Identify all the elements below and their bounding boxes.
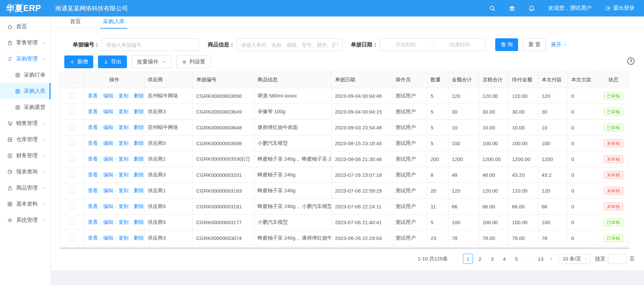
op-delete-link[interactable]: 删除 xyxy=(134,219,144,225)
cell-amount: 78 xyxy=(448,230,479,246)
row-checkbox[interactable] xyxy=(69,140,75,146)
page-size-select[interactable]: 10 条/页 xyxy=(559,254,590,264)
sidebar-item-basic-data[interactable]: 基本资料 xyxy=(0,196,50,212)
op-copy-link[interactable]: 复制 xyxy=(118,156,129,162)
reset-button[interactable]: 重 置 xyxy=(523,38,546,51)
op-view-link[interactable]: 查看 xyxy=(88,156,98,162)
op-copy-link[interactable]: 复制 xyxy=(118,203,129,209)
op-view-link[interactable]: 查看 xyxy=(88,172,98,177)
op-delete-link[interactable]: 删除 xyxy=(134,156,144,162)
row-checkbox[interactable] xyxy=(69,93,75,99)
bell-icon[interactable] xyxy=(528,5,535,12)
op-copy-link[interactable]: 复制 xyxy=(118,140,129,146)
op-view-link[interactable]: 查看 xyxy=(88,235,98,241)
op-copy-link[interactable]: 复制 xyxy=(118,235,129,241)
sidebar-item-reports[interactable]: 报表查询 xyxy=(0,164,50,180)
sidebar-item-purchase[interactable]: 采购管理 xyxy=(0,51,50,67)
op-divider: | xyxy=(100,236,101,241)
batch-actions-button[interactable]: 批量操作 xyxy=(132,55,172,68)
op-edit-link[interactable]: 编辑 xyxy=(103,156,113,162)
op-delete-link[interactable]: 删除 xyxy=(134,93,144,98)
expand-link[interactable]: 展开 xyxy=(551,41,567,48)
sidebar-item-goods[interactable]: 商品管理 xyxy=(0,180,50,196)
row-checkbox[interactable] xyxy=(69,235,75,241)
op-edit-link[interactable]: 编辑 xyxy=(103,172,113,177)
column-settings-button[interactable]: 列设置 xyxy=(176,55,211,68)
op-copy-link[interactable]: 复制 xyxy=(118,172,129,177)
page-number-4[interactable]: 4 xyxy=(499,254,509,264)
op-delete-link[interactable]: 删除 xyxy=(134,172,144,177)
op-divider: | xyxy=(115,236,116,241)
row-checkbox[interactable] xyxy=(69,156,75,162)
page-number-2[interactable]: 2 xyxy=(475,254,485,264)
op-divider: | xyxy=(115,172,116,177)
row-checkbox[interactable] xyxy=(69,219,75,225)
tab-purchase-inbound[interactable]: 采购入库 xyxy=(102,15,125,28)
op-edit-link[interactable]: 编辑 xyxy=(103,124,113,130)
op-delete-link[interactable]: 删除 xyxy=(134,188,144,193)
prev-page-icon[interactable] xyxy=(452,254,462,264)
op-edit-link[interactable]: 编辑 xyxy=(103,188,113,193)
op-view-link[interactable]: 查看 xyxy=(88,124,98,130)
page-number-3[interactable]: 3 xyxy=(487,254,497,264)
op-copy-link[interactable]: 复制 xyxy=(118,124,129,130)
op-view-link[interactable]: 查看 xyxy=(88,109,98,114)
bank-icon[interactable] xyxy=(509,5,515,12)
op-copy-link[interactable]: 复制 xyxy=(118,188,129,193)
app-logo[interactable]: 华夏ERP xyxy=(0,3,50,14)
product-info-input[interactable] xyxy=(237,38,343,51)
op-edit-link[interactable]: 编辑 xyxy=(103,109,113,114)
sidebar-item-purchase-order[interactable]: 采购订单 xyxy=(0,67,50,83)
op-edit-link[interactable]: 编辑 xyxy=(103,235,113,241)
help-icon[interactable]: ? xyxy=(627,57,635,65)
sidebar-item-system[interactable]: 系统管理 xyxy=(0,212,50,228)
page-number-13[interactable]: 13 xyxy=(536,254,546,264)
page-number-5[interactable]: 5 xyxy=(511,254,521,264)
op-copy-link[interactable]: 复制 xyxy=(118,93,129,98)
next-page-icon[interactable] xyxy=(547,254,556,264)
op-delete-link[interactable]: 删除 xyxy=(134,203,144,209)
op-view-link[interactable]: 查看 xyxy=(88,140,98,146)
cell-paid: 10 xyxy=(538,120,568,135)
sidebar-item-retail[interactable]: 零售管理 xyxy=(0,35,50,51)
op-view-link[interactable]: 查看 xyxy=(88,93,98,98)
op-edit-link[interactable]: 编辑 xyxy=(103,219,113,225)
date-range-input[interactable]: 开始时间 ~ 结束时间 xyxy=(380,38,486,51)
op-view-link[interactable]: 查看 xyxy=(88,203,98,209)
tab-home[interactable]: 首页 xyxy=(69,15,81,28)
op-edit-link[interactable]: 编辑 xyxy=(103,140,113,146)
row-checkbox[interactable] xyxy=(69,188,75,194)
row-checkbox[interactable] xyxy=(69,172,75,178)
op-view-link[interactable]: 查看 xyxy=(88,219,98,225)
op-copy-link[interactable]: 复制 xyxy=(118,219,129,225)
logout-button[interactable]: 退出登录 xyxy=(605,5,635,12)
status-badge: 未审核 xyxy=(604,203,623,210)
op-delete-link[interactable]: 删除 xyxy=(134,109,144,114)
page-number-1[interactable]: 1 xyxy=(463,254,473,264)
sidebar-item-purchase-inbound[interactable]: 采购入库 xyxy=(0,83,50,99)
op-edit-link[interactable]: 编辑 xyxy=(103,203,113,209)
row-checkbox[interactable] xyxy=(69,109,75,115)
row-checkbox[interactable] xyxy=(69,125,75,130)
column-header-ops: 操作 xyxy=(84,72,144,88)
op-copy-link[interactable]: 复制 xyxy=(118,109,129,114)
select-all-checkbox[interactable] xyxy=(69,77,75,83)
op-delete-link[interactable]: 删除 xyxy=(134,140,144,146)
sidebar-item-sales[interactable]: 销售管理 xyxy=(0,115,50,131)
sidebar-item-purchase-return[interactable]: 采购退货 xyxy=(0,99,50,115)
export-button[interactable]: 导出 xyxy=(98,55,127,68)
horizontal-scrollbar[interactable] xyxy=(60,247,629,249)
search-button[interactable]: 查 询 xyxy=(495,38,518,51)
jump-page-input[interactable] xyxy=(608,254,627,264)
sidebar-item-warehouse[interactable]: 仓库管理 xyxy=(0,131,50,148)
sidebar-item-finance[interactable]: 财务管理 xyxy=(0,148,50,164)
bill-no-input[interactable] xyxy=(102,38,199,51)
op-delete-link[interactable]: 删除 xyxy=(134,235,144,241)
op-view-link[interactable]: 查看 xyxy=(88,188,98,193)
search-icon[interactable] xyxy=(489,5,496,12)
row-checkbox[interactable] xyxy=(69,204,75,209)
sidebar-item-home[interactable]: 首页 xyxy=(0,18,50,35)
add-button[interactable]: 新增 xyxy=(64,55,93,68)
op-edit-link[interactable]: 编辑 xyxy=(103,93,113,98)
op-delete-link[interactable]: 删除 xyxy=(134,124,144,130)
